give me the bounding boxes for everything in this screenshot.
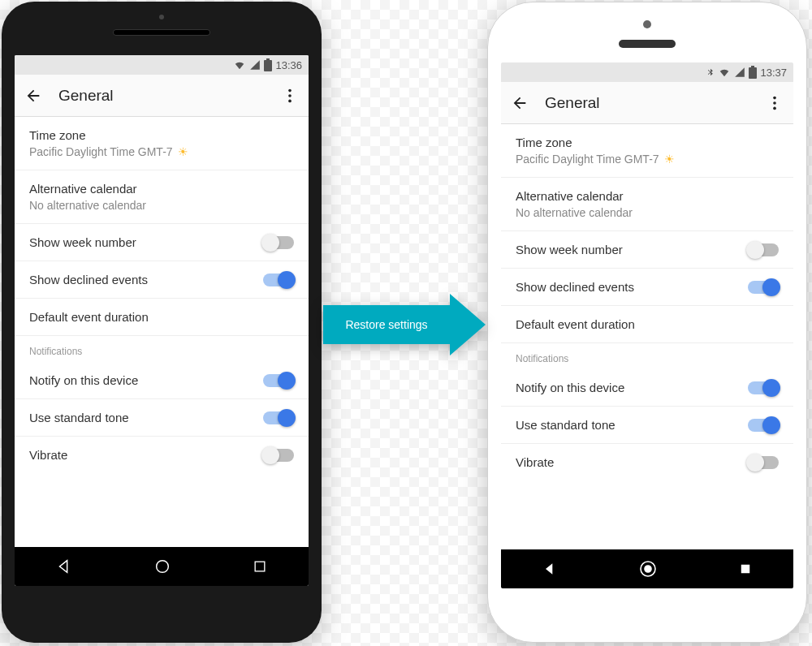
svg-rect-0 <box>266 63 271 71</box>
setting-label: Alternative calendar <box>516 189 779 203</box>
arrow-label: Restore settings <box>323 305 450 344</box>
svg-point-11 <box>645 566 651 572</box>
overflow-menu-icon[interactable] <box>281 87 299 105</box>
sun-icon: ☀ <box>664 153 675 166</box>
svg-point-4 <box>157 561 169 573</box>
setting-use-standard-tone[interactable]: Use standard tone <box>501 407 793 443</box>
toggle-vibrate[interactable] <box>263 449 294 462</box>
setting-show-declined-events[interactable]: Show declined events <box>501 269 793 305</box>
setting-alternative-calendar[interactable]: Alternative calendar No alternative cale… <box>15 170 309 224</box>
setting-show-week-number[interactable]: Show week number <box>15 224 309 261</box>
status-time: 13:36 <box>275 59 302 71</box>
svg-point-7 <box>773 96 776 99</box>
arrow-head-icon <box>450 294 486 355</box>
setting-default-event-duration[interactable]: Default event duration <box>501 306 793 343</box>
setting-vibrate[interactable]: Vibrate <box>15 437 309 473</box>
nav-home-icon[interactable] <box>153 558 171 575</box>
status-time: 13:37 <box>760 67 787 79</box>
settings-list[interactable]: Time zone Pacific Daylight Time GMT-7 ☀ … <box>15 117 309 547</box>
toggle-vibrate[interactable] <box>748 456 779 469</box>
setting-timezone[interactable]: Time zone Pacific Daylight Time GMT-7 ☀ <box>15 117 309 170</box>
nav-back-icon[interactable] <box>542 561 558 577</box>
setting-label: Show declined events <box>516 280 634 294</box>
back-arrow-icon[interactable] <box>511 94 529 112</box>
phone-frame-right: 13:37 General Time zone Pacific Daylight… <box>487 2 807 643</box>
setting-use-standard-tone[interactable]: Use standard tone <box>15 399 309 436</box>
back-arrow-icon[interactable] <box>24 87 42 105</box>
setting-label: Show week number <box>516 243 623 256</box>
phone-screen: 13:36 General Time zone Pacific Daylight… <box>15 55 309 586</box>
setting-label: Vibrate <box>516 455 554 469</box>
phone-screen: 13:37 General Time zone Pacific Daylight… <box>501 62 793 588</box>
setting-notify-on-device[interactable]: Notify on this device <box>501 369 793 406</box>
svg-point-9 <box>773 106 776 110</box>
toggle-week-number[interactable] <box>748 243 779 256</box>
sun-icon: ☀ <box>178 145 188 158</box>
svg-rect-12 <box>741 565 750 574</box>
svg-rect-6 <box>750 71 756 78</box>
setting-value: No alternative calendar <box>516 206 779 219</box>
setting-notify-on-device[interactable]: Notify on this device <box>15 362 309 398</box>
setting-label: Vibrate <box>29 448 67 462</box>
toggle-week-number[interactable] <box>263 236 294 249</box>
setting-label: Use standard tone <box>516 418 615 432</box>
toggle-standard-tone[interactable] <box>263 411 294 424</box>
setting-label: Use standard tone <box>29 411 129 424</box>
toggle-declined-events[interactable] <box>263 273 294 286</box>
nav-back-icon[interactable] <box>55 558 73 575</box>
status-bar: 13:37 <box>501 62 793 82</box>
page-title: General <box>58 87 265 105</box>
setting-label: Time zone <box>516 136 779 149</box>
signal-icon <box>249 59 261 71</box>
bluetooth-icon <box>706 66 715 79</box>
nav-recents-icon[interactable] <box>252 558 268 575</box>
page-title: General <box>545 94 749 112</box>
setting-label: Default event duration <box>29 310 294 324</box>
setting-show-week-number[interactable]: Show week number <box>501 231 793 268</box>
toggle-declined-events[interactable] <box>748 281 779 294</box>
restore-settings-arrow: Restore settings <box>323 294 489 355</box>
wifi-icon <box>718 67 731 78</box>
app-toolbar: General <box>15 75 309 117</box>
wifi-icon <box>233 59 246 71</box>
setting-alternative-calendar[interactable]: Alternative calendar No alternative cale… <box>501 178 793 231</box>
toggle-standard-tone[interactable] <box>748 419 779 432</box>
setting-label: Alternative calendar <box>29 182 294 196</box>
setting-label: Show declined events <box>29 273 148 286</box>
toggle-notify-on-device[interactable] <box>748 381 779 394</box>
setting-timezone[interactable]: Time zone Pacific Daylight Time GMT-7 ☀ <box>501 124 793 178</box>
setting-label: Show week number <box>29 235 136 249</box>
battery-icon <box>749 66 757 79</box>
setting-show-declined-events[interactable]: Show declined events <box>15 261 309 298</box>
svg-rect-5 <box>255 562 265 571</box>
overflow-menu-icon[interactable] <box>766 94 784 112</box>
section-header-notifications: Notifications <box>15 336 309 362</box>
section-header-notifications: Notifications <box>501 343 793 369</box>
app-toolbar: General <box>501 82 793 124</box>
signal-icon <box>734 67 745 78</box>
nav-recents-icon[interactable] <box>738 562 753 576</box>
battery-icon <box>264 58 272 71</box>
setting-value: Pacific Daylight Time GMT-7 ☀ <box>29 145 294 158</box>
svg-point-2 <box>288 94 292 97</box>
setting-label: Notify on this device <box>29 373 138 387</box>
nav-home-icon[interactable] <box>638 559 658 579</box>
phone-frame-left: 13:36 General Time zone Pacific Daylight… <box>2 2 322 643</box>
toggle-notify-on-device[interactable] <box>263 374 294 387</box>
setting-value: Pacific Daylight Time GMT-7 ☀ <box>516 153 779 166</box>
setting-label: Time zone <box>29 128 294 142</box>
system-nav-bar <box>15 547 309 586</box>
system-nav-bar <box>501 549 793 588</box>
setting-vibrate[interactable]: Vibrate <box>501 444 793 480</box>
settings-list[interactable]: Time zone Pacific Daylight Time GMT-7 ☀ … <box>501 124 793 549</box>
setting-label: Default event duration <box>516 317 779 331</box>
setting-default-event-duration[interactable]: Default event duration <box>15 299 309 336</box>
svg-point-8 <box>773 101 776 105</box>
setting-label: Notify on this device <box>516 381 624 394</box>
status-bar: 13:36 <box>15 55 309 75</box>
svg-point-3 <box>288 99 292 102</box>
setting-value: No alternative calendar <box>29 199 294 212</box>
svg-point-1 <box>288 88 292 92</box>
